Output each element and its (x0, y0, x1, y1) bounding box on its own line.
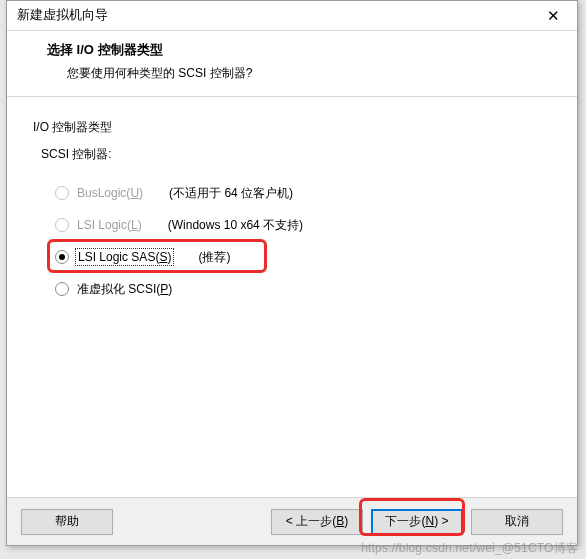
next-button[interactable]: 下一步(N) > (371, 509, 463, 535)
radio-icon (55, 186, 69, 200)
close-button[interactable]: ✕ (533, 2, 573, 30)
back-button[interactable]: < 上一步(B) (271, 509, 363, 535)
radio-icon (55, 250, 69, 264)
option-lsilogic: LSI Logic(L) (Windows 10 x64 不支持) (55, 209, 557, 241)
option-label: 准虚拟化 SCSI(P) (77, 281, 172, 298)
footer-bar: 帮助 < 上一步(B) 下一步(N) > 取消 (7, 497, 577, 545)
option-paravirtual-scsi[interactable]: 准虚拟化 SCSI(P) (55, 273, 557, 305)
help-button[interactable]: 帮助 (21, 509, 113, 535)
titlebar: 新建虚拟机向导 ✕ (7, 1, 577, 31)
option-buslogic: BusLogic(U) (不适用于 64 位客户机) (55, 177, 557, 209)
option-label: LSI Logic(L) (77, 218, 142, 232)
option-hint: (不适用于 64 位客户机) (169, 185, 293, 202)
wizard-dialog: 新建虚拟机向导 ✕ 选择 I/O 控制器类型 您要使用何种类型的 SCSI 控制… (6, 0, 578, 546)
content-area: I/O 控制器类型 SCSI 控制器: BusLogic(U) (不适用于 64… (7, 97, 577, 497)
close-icon: ✕ (547, 7, 560, 25)
scsi-label: SCSI 控制器: (33, 146, 557, 163)
radio-icon (55, 218, 69, 232)
option-hint: (Windows 10 x64 不支持) (168, 217, 303, 234)
page-subheading: 您要使用何种类型的 SCSI 控制器? (47, 65, 557, 82)
header-panel: 选择 I/O 控制器类型 您要使用何种类型的 SCSI 控制器? (7, 31, 577, 97)
option-lsilogic-sas[interactable]: LSI Logic SAS(S) (推荐) (55, 241, 557, 273)
option-hint: (推荐) (198, 249, 230, 266)
options-group: BusLogic(U) (不适用于 64 位客户机) LSI Logic(L) … (33, 177, 557, 305)
option-label: LSI Logic SAS(S) (77, 250, 172, 264)
window-title: 新建虚拟机向导 (17, 7, 533, 24)
section-label: I/O 控制器类型 (33, 119, 557, 136)
radio-icon (55, 282, 69, 296)
page-heading: 选择 I/O 控制器类型 (47, 41, 557, 59)
option-label: BusLogic(U) (77, 186, 143, 200)
cancel-button[interactable]: 取消 (471, 509, 563, 535)
